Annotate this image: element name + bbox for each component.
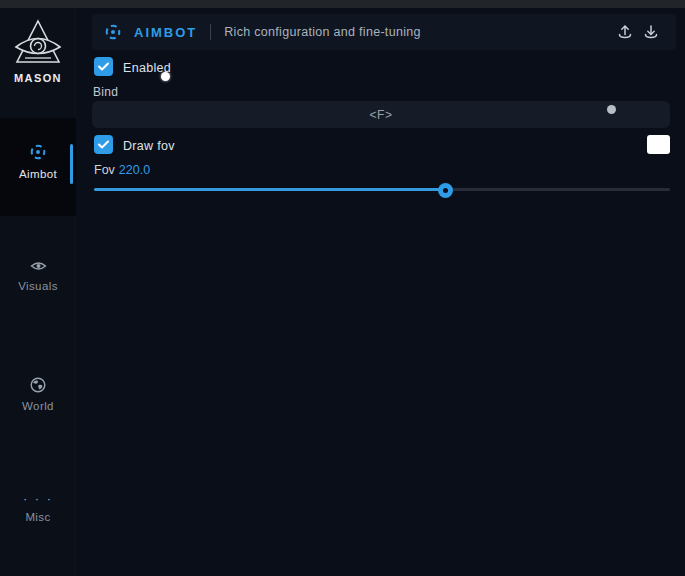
header-divider: [210, 24, 211, 40]
bind-label: Bind: [93, 85, 118, 99]
upload-config-button[interactable]: [612, 19, 638, 45]
globe-icon: [30, 377, 46, 393]
page-title: AIMBOT: [134, 25, 197, 40]
upload-icon: [617, 24, 633, 40]
sidebar-item-label: Aimbot: [19, 168, 57, 180]
logo: MASON: [0, 18, 76, 84]
fov-slider-handle[interactable]: [438, 183, 453, 198]
sidebar-item-world[interactable]: World: [0, 368, 76, 422]
sidebar-item-aimbot[interactable]: Aimbot: [0, 118, 76, 216]
page-subtitle: Rich configuration and fine-tuning: [224, 25, 420, 39]
sidebar-item-label: World: [22, 400, 54, 412]
app-window: MASON Aimbot Visuals: [0, 0, 685, 576]
fov-slider-handle-dot: [443, 188, 448, 193]
draw-fov-checkbox[interactable]: [94, 135, 113, 154]
eye-icon: [30, 259, 47, 273]
check-icon: [98, 62, 109, 71]
logo-text: MASON: [14, 72, 62, 84]
mouse-cursor-dot: [161, 72, 170, 81]
active-tab-indicator: [70, 144, 73, 184]
fov-slider-track[interactable]: [94, 188, 670, 191]
sidebar-item-misc[interactable]: · · · Misc: [0, 488, 76, 542]
enabled-checkbox[interactable]: [94, 57, 113, 76]
fov-color-swatch[interactable]: [647, 135, 670, 154]
check-icon: [98, 140, 109, 149]
bind-key-input[interactable]: <F>: [92, 101, 670, 128]
sidebar-item-label: Visuals: [18, 280, 58, 292]
sidebar-item-visuals[interactable]: Visuals: [0, 250, 76, 304]
mason-eye-logo-icon: [13, 18, 63, 68]
draw-fov-label: Draw fov: [123, 139, 175, 153]
indicator-dot: [607, 105, 616, 114]
fov-slider-fill: [94, 188, 446, 191]
download-icon: [643, 24, 659, 40]
window-top-strip: [0, 0, 685, 8]
fov-slider[interactable]: [94, 182, 670, 198]
download-config-button[interactable]: [638, 19, 664, 45]
ellipsis-icon: · · ·: [23, 494, 53, 504]
sidebar-item-label: Misc: [25, 511, 50, 523]
fov-label: Fov220.0: [94, 163, 150, 177]
crosshair-icon: [29, 143, 47, 161]
sidebar: MASON Aimbot Visuals: [0, 8, 76, 576]
bind-key-value: <F>: [370, 108, 393, 122]
crosshair-icon: [104, 23, 122, 41]
page-header: AIMBOT Rich configuration and fine-tunin…: [92, 14, 676, 50]
fov-value: 220.0: [119, 163, 150, 177]
